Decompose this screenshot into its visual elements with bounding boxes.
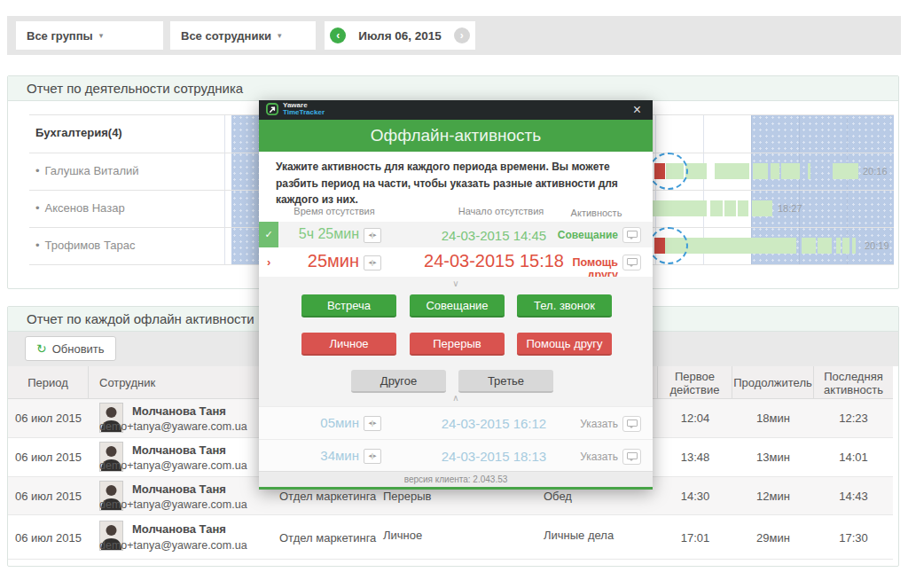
chevron-up-icon[interactable]: ∧ bbox=[259, 393, 653, 403]
refresh-label: Обновить bbox=[52, 342, 105, 356]
date-navigator: ‹ Июля 06, 2015 › bbox=[325, 21, 475, 50]
yaware-logo: Yaware TimeTracker bbox=[266, 102, 325, 116]
cell-duration: 13мин bbox=[732, 451, 814, 464]
split-period-icon[interactable]: ◂|▸ bbox=[364, 255, 381, 270]
activity-button-help-colleague[interactable]: Помощь другу bbox=[517, 333, 612, 356]
col-activity: Активность bbox=[554, 208, 638, 218]
cell-employee-name: Молчанова Таня bbox=[132, 522, 226, 536]
timeline-segment-green[interactable] bbox=[752, 200, 772, 216]
check-icon: ✓ bbox=[259, 222, 278, 247]
period-duration: 5ч 25мин bbox=[277, 226, 359, 242]
activity-button-break[interactable]: Перерыв bbox=[410, 333, 505, 356]
timeline-segment-green[interactable] bbox=[685, 163, 707, 179]
attention-circle bbox=[649, 227, 688, 264]
modal-bottom-accent bbox=[259, 487, 653, 490]
chevron-down-icon[interactable]: ∨ bbox=[259, 278, 653, 288]
split-period-icon[interactable]: ◂|▸ bbox=[364, 228, 381, 243]
attention-circle bbox=[649, 153, 688, 190]
cell-last-activity: 12:23 bbox=[814, 412, 893, 425]
period-activity[interactable]: Указать bbox=[543, 451, 618, 463]
cell-group: Отдел маркетинга bbox=[279, 490, 376, 503]
timeline-segment-green[interactable] bbox=[753, 163, 768, 179]
period-row-pending: 05мин ◂|▸ 24-03-2015 16:12 Указать bbox=[259, 406, 653, 439]
modal-titlebar: Yaware TimeTracker × bbox=[259, 100, 653, 120]
timeline-segment-green[interactable] bbox=[802, 238, 816, 254]
col-header-last-activity: Последняя активность bbox=[814, 366, 893, 399]
comment-icon[interactable] bbox=[622, 449, 641, 465]
cell-employee-email: demo+tanya@yaware.com.ua bbox=[99, 539, 247, 552]
col-header-period: Период bbox=[8, 366, 89, 399]
groups-filter-label: Все группы bbox=[27, 29, 93, 43]
comment-icon[interactable] bbox=[622, 227, 641, 243]
close-icon[interactable]: × bbox=[633, 100, 641, 120]
period-activity[interactable]: Совещание bbox=[543, 229, 618, 241]
activity-button-phone-call[interactable]: Тел. звонок bbox=[517, 294, 612, 318]
period-duration: 34мин bbox=[277, 448, 359, 463]
timeline-segment-green[interactable] bbox=[818, 238, 832, 254]
timeline-end-time: 20:16 bbox=[863, 163, 888, 179]
timeline-segment-green[interactable] bbox=[833, 163, 858, 179]
refresh-icon: ↻ bbox=[36, 342, 47, 355]
cell-last-activity: 14:01 bbox=[814, 451, 893, 464]
cell-employee-name: Молчанова Таня bbox=[132, 404, 226, 418]
col-header-first-action: Первое действие bbox=[658, 366, 732, 399]
cell-first-action: 17:01 bbox=[658, 531, 732, 545]
next-day-button[interactable]: › bbox=[454, 27, 470, 43]
cell-comment: Личные дела bbox=[544, 529, 614, 542]
activity-button-third[interactable]: Третье bbox=[458, 370, 553, 393]
timeline-segment-green[interactable] bbox=[715, 163, 749, 179]
cell-employee-email: demo+tanya@yaware.com.ua bbox=[99, 420, 247, 433]
employees-filter-label: Все сотрудники bbox=[181, 29, 271, 43]
activity-button-personal[interactable]: Личное bbox=[301, 333, 396, 356]
timeline-segment-green[interactable] bbox=[738, 200, 748, 216]
timeline-end-time: 20:19 bbox=[865, 238, 889, 254]
split-period-icon[interactable]: ◂|▸ bbox=[364, 416, 381, 431]
cell-duration: 12мин bbox=[732, 490, 814, 503]
period-activity[interactable]: Указать bbox=[543, 418, 618, 430]
activity-button-meeting[interactable]: Встреча bbox=[301, 294, 396, 318]
client-version: версия клиента: 2.043.53 bbox=[259, 471, 653, 487]
groups-filter-dropdown[interactable]: Все группы ▾ bbox=[16, 21, 163, 50]
timeline-end-time: 18:27 bbox=[778, 200, 802, 216]
comment-icon[interactable] bbox=[622, 416, 641, 432]
activity-button-conference[interactable]: Совещание bbox=[410, 294, 505, 318]
timeline-segment-green[interactable] bbox=[808, 163, 810, 179]
activity-button-other[interactable]: Другое bbox=[351, 370, 446, 393]
cell-duration: 18мин bbox=[732, 412, 814, 425]
cell-employee-name: Молчанова Таня bbox=[132, 443, 226, 457]
page: Все группы ▾ Все сотрудники ▾ ‹ Июля 06,… bbox=[0, 0, 908, 588]
modal-description: Укажите активность для каждого периода в… bbox=[276, 159, 636, 208]
arrow-left-icon: ‹ bbox=[336, 30, 340, 41]
col-absence-duration: Время отсутствия bbox=[277, 206, 392, 216]
group-name[interactable]: Бухгалтерия(4) bbox=[35, 126, 122, 139]
chevron-right-icon: › bbox=[267, 247, 270, 277]
period-duration: 25мин bbox=[277, 251, 359, 271]
timeline-segment-green[interactable] bbox=[771, 163, 779, 179]
cell-period: 06 июл 2015 bbox=[8, 531, 89, 545]
split-period-icon[interactable]: ◂|▸ bbox=[364, 449, 381, 464]
product-name: TimeTracker bbox=[283, 109, 325, 116]
timeline-segment-green[interactable] bbox=[781, 163, 800, 179]
filters-toolbar: Все группы ▾ Все сотрудники ▾ ‹ Июля 06,… bbox=[7, 16, 901, 55]
timeline-segment-green[interactable] bbox=[710, 200, 723, 216]
col-header-duration: Продолжитель bbox=[732, 366, 814, 399]
refresh-button[interactable]: ↻ Обновить bbox=[25, 336, 116, 361]
modal-title: Оффлайн-активность bbox=[259, 120, 653, 152]
timeline-segment-green[interactable] bbox=[842, 238, 849, 254]
period-row-pending: 34мин ◂|▸ 24-03-2015 18:13 Указать bbox=[259, 439, 653, 471]
timeline-segment-green[interactable] bbox=[653, 200, 707, 216]
cell-activity: Личное bbox=[383, 529, 422, 542]
cell-first-action: 13:48 bbox=[658, 451, 732, 464]
cell-comment: Обед bbox=[544, 490, 572, 503]
activity-report-title: Отчет по деятельности сотрудника bbox=[8, 76, 898, 101]
timeline-segment-green[interactable] bbox=[836, 238, 841, 254]
table-row: 06 июл 2015 Молчанова Таня demo+tanya@ya… bbox=[8, 515, 893, 560]
arrow-right-icon: › bbox=[460, 30, 464, 41]
timeline-segment-green[interactable] bbox=[852, 238, 856, 254]
period-row-active: › 25мин ◂|▸ 24-03-2015 15:18 Помощь друг… bbox=[259, 247, 653, 277]
cell-employee-email: demo+tanya@yaware.com.ua bbox=[99, 459, 247, 472]
timeline-segment-green[interactable] bbox=[724, 200, 736, 216]
comment-icon[interactable] bbox=[622, 255, 641, 270]
employees-filter-dropdown[interactable]: Все сотрудники ▾ bbox=[170, 21, 316, 50]
prev-day-button[interactable]: ‹ bbox=[330, 27, 346, 43]
